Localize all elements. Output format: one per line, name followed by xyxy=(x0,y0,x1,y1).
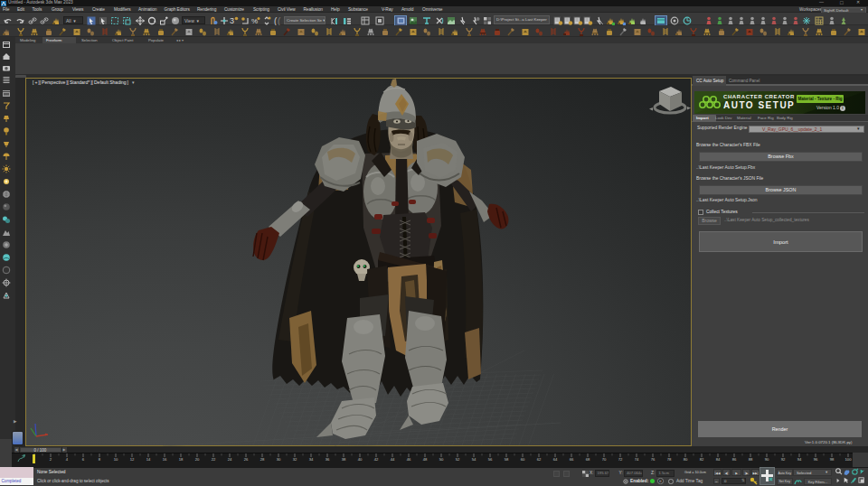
svg-text:(: ( xyxy=(278,16,281,25)
svg-text:%: % xyxy=(251,17,258,25)
svg-text:3: 3 xyxy=(230,16,234,25)
